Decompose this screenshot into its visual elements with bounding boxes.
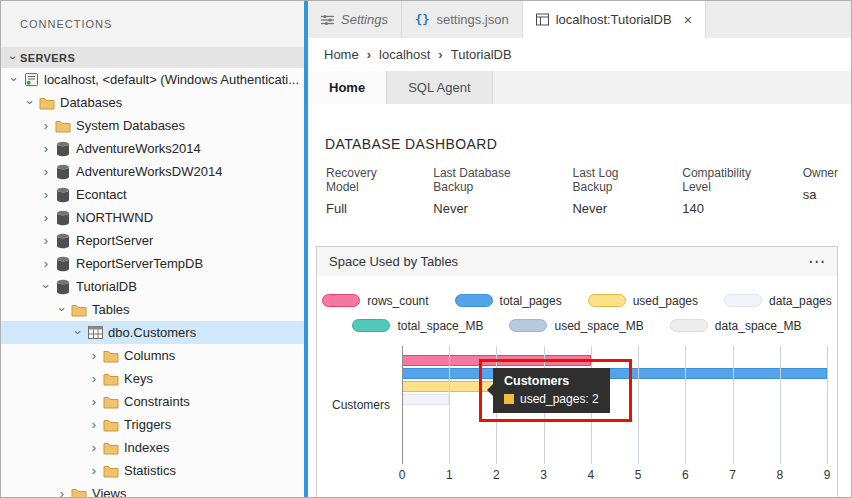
tree-item-system-databases[interactable]: ›System Databases (1, 114, 304, 137)
chart-tooltip: Customers used_pages: 2 (493, 368, 610, 413)
bar-total-pages[interactable] (402, 368, 827, 379)
folder-icon (101, 395, 121, 409)
legend-swatch-icon (670, 319, 708, 332)
legend-item-rows-count[interactable]: rows_count (322, 294, 428, 308)
tree-item-tables[interactable]: ›Tables (1, 298, 304, 321)
legend-row: rows_counttotal_pagesused_pagesdata_page… (317, 288, 837, 313)
tree-item-label: NORTHWND (76, 210, 153, 225)
breadcrumb-item-tutorialdb[interactable]: TutorialDB (451, 47, 512, 62)
connections-sidebar: CONNECTIONS › SERVERS ›localhost, <defau… (1, 1, 304, 497)
legend-label: rows_count (367, 294, 428, 308)
tree-item-label: Indexes (124, 440, 170, 455)
breadcrumb-item-localhost[interactable]: localhost (379, 47, 430, 62)
tree-item-label: ReportServer (76, 233, 153, 248)
tree-item-tutorialdb[interactable]: ›TutorialDB (1, 275, 304, 298)
property-value: Never (433, 201, 546, 216)
legend-item-data-pages[interactable]: data_pages (724, 294, 832, 308)
x-tick-label: 9 (824, 468, 831, 482)
property-label: Owner (803, 166, 838, 180)
legend-swatch-icon (588, 294, 626, 307)
tree-item-reportserver[interactable]: ›ReportServer (1, 229, 304, 252)
chevron-right-icon: › (87, 441, 101, 454)
x-tick-label: 8 (776, 468, 783, 482)
folder-icon (101, 372, 121, 386)
tree-item-northwnd[interactable]: ›NORTHWND (1, 206, 304, 229)
bar-data-pages[interactable] (402, 394, 449, 405)
tree-item-label: Triggers (124, 417, 171, 432)
database-icon (53, 141, 73, 157)
close-icon[interactable]: × (684, 12, 693, 27)
tree-item-label: ReportServerTempDB (76, 256, 203, 271)
tree-item-triggers[interactable]: ›Triggers (1, 413, 304, 436)
gridline (638, 346, 639, 464)
dashboard-tab-sql-agent[interactable]: SQL Agent (387, 71, 492, 104)
tree-item-adventureworksdw2014[interactable]: ›AdventureWorksDW2014 (1, 160, 304, 183)
tree-item-statistics[interactable]: ›Statistics (1, 459, 304, 482)
property-value: Full (326, 201, 407, 216)
dashboard-tab-home[interactable]: Home (308, 71, 387, 104)
chevron-right-icon: › (87, 418, 101, 431)
tree-item-keys[interactable]: ›Keys (1, 367, 304, 390)
tree-item-adventureworks2014[interactable]: ›AdventureWorks2014 (1, 137, 304, 160)
tree-item-constraints[interactable]: ›Constraints (1, 390, 304, 413)
property-recovery-model: Recovery ModelFull (326, 166, 407, 216)
tree-item-reportservertempdb[interactable]: ›ReportServerTempDB (1, 252, 304, 275)
tab-localhost-tutorialdb[interactable]: localhost:TutorialDB× (523, 1, 707, 38)
gridline (780, 346, 781, 464)
tree-item-dbo-customers[interactable]: ›dbo.Customers (1, 321, 304, 344)
property-value: Never (572, 201, 656, 216)
breadcrumb: Home›localhost›TutorialDB (308, 38, 851, 71)
legend-item-used-pages[interactable]: used_pages (588, 294, 698, 308)
chevron-right-icon: › (39, 142, 53, 155)
folder-icon (37, 96, 57, 110)
property-value: sa (803, 187, 838, 202)
x-tick-label: 5 (635, 468, 642, 482)
settings-icon (321, 14, 334, 26)
tree-item-localhost-default-windows-authenticati[interactable]: ›localhost, <default> (Windows Authentic… (1, 68, 304, 91)
x-tick-label: 6 (682, 468, 689, 482)
tooltip-value: used_pages: 2 (520, 392, 599, 406)
folder-icon (53, 119, 73, 133)
legend-label: total_pages (500, 294, 562, 308)
property-value: 140 (682, 201, 776, 216)
property-last-log-backup: Last Log BackupNever (572, 166, 656, 216)
chevron-right-icon: › (39, 211, 53, 224)
x-tick-label: 2 (493, 468, 500, 482)
tree-item-columns[interactable]: ›Columns (1, 344, 304, 367)
legend-item-data-space-mb[interactable]: data_space_MB (670, 319, 802, 333)
gridline (827, 346, 828, 464)
panel-menu-icon[interactable]: ⋯ (808, 253, 825, 270)
legend-label: data_pages (769, 294, 832, 308)
breadcrumb-item-home[interactable]: Home (324, 47, 359, 62)
tree-item-label: Constraints (124, 394, 190, 409)
legend-swatch-icon (352, 319, 390, 332)
space-used-panel: Space Used by Tables ⋯ rows_counttotal_p… (316, 246, 838, 497)
tree-item-indexes[interactable]: ›Indexes (1, 436, 304, 459)
tree-item-views[interactable]: ›Views (1, 482, 304, 497)
panel-header: Space Used by Tables ⋯ (317, 247, 837, 276)
tab-settings[interactable]: Settings (308, 1, 402, 38)
sidebar-resize-sash[interactable] (304, 1, 308, 497)
app-window: CONNECTIONS › SERVERS ›localhost, <defau… (0, 0, 852, 498)
legend-item-total-pages[interactable]: total_pages (455, 294, 562, 308)
server-icon (21, 72, 41, 87)
chevron-right-icon: › (39, 188, 53, 201)
dashboard-title: DATABASE DASHBOARD (325, 136, 838, 152)
property-last-database-backup: Last Database BackupNever (433, 166, 546, 216)
gridline (733, 346, 734, 464)
tree-item-econtact[interactable]: ›Econtact (1, 183, 304, 206)
tab-settings-json[interactable]: {}settings.json (402, 1, 523, 38)
json-icon: {} (415, 13, 429, 27)
chevron-down-icon: › (72, 326, 85, 340)
servers-section-header[interactable]: › SERVERS (1, 47, 304, 68)
tree-item-databases[interactable]: ›Databases (1, 91, 304, 114)
x-tick-label: 0 (399, 468, 406, 482)
legend-item-used-space-mb[interactable]: used_space_MB (509, 319, 643, 333)
database-icon (53, 233, 73, 249)
legend-item-total-space-mb[interactable]: total_space_MB (352, 319, 483, 333)
tree-item-label: Databases (60, 95, 122, 110)
x-tick-label: 4 (588, 468, 595, 482)
tree-item-label: Keys (124, 371, 153, 386)
chevron-down-icon: › (8, 73, 21, 87)
tree-item-label: Statistics (124, 463, 176, 478)
